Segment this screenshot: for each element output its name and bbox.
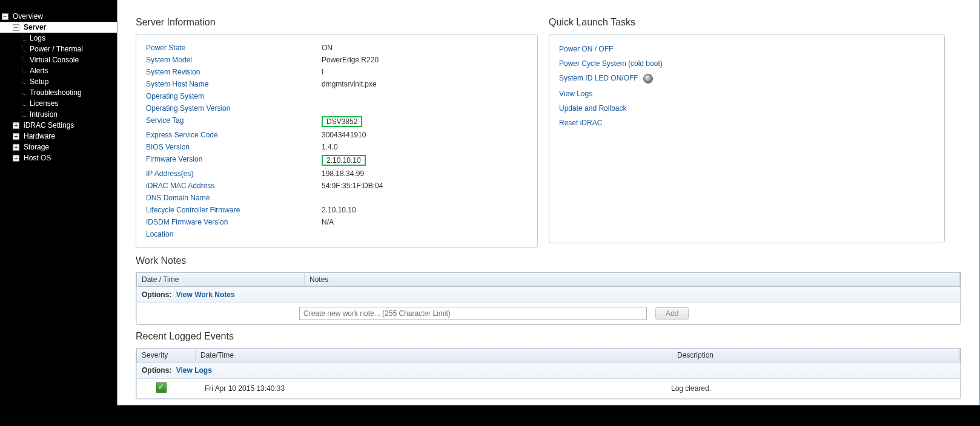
expander-icon[interactable]: + (13, 133, 19, 140)
main-content: Server Information Power StateONSystem M… (117, 0, 980, 405)
expander-icon[interactable]: + (13, 122, 19, 129)
info-label[interactable]: iDRAC MAC Address (146, 182, 322, 190)
work-notes-panel: Date / Time Notes Options: View Work Not… (136, 272, 961, 325)
recent-events-options: Options: View Logs (136, 362, 961, 379)
info-label[interactable]: System Host Name (146, 80, 322, 88)
nav-item-logs[interactable]: Logs (0, 33, 117, 44)
quick-launch-link[interactable]: Power ON / OFF (559, 45, 613, 53)
quick-launch-link[interactable]: View Logs (559, 90, 592, 98)
recent-events-options-label: Options: (142, 366, 171, 375)
nav-item-label[interactable]: Setup (27, 77, 51, 87)
work-notes-options: Options: View Work Notes (136, 287, 961, 303)
nav-item-label[interactable]: Overview (10, 11, 45, 21)
quick-launch-title: Quick Launch Tasks (549, 17, 945, 28)
info-row: IP Address(es)198.18.34.99 (146, 168, 528, 180)
nav-item-overview[interactable]: −Overview (0, 11, 117, 22)
info-label[interactable]: Power State (146, 44, 322, 52)
view-logs-link[interactable]: View Logs (176, 366, 212, 375)
nav-item-label[interactable]: iDRAC Settings (21, 120, 76, 130)
quick-launch-item: Update and Rollback (559, 101, 935, 116)
work-notes-header: Date / Time Notes (136, 272, 961, 287)
expander-icon[interactable]: − (13, 24, 19, 31)
work-notes-title: Work Notes (136, 255, 961, 266)
server-information-section: Server Information Power StateONSystem M… (136, 6, 538, 248)
info-label[interactable]: DNS Domain Name (146, 194, 322, 202)
nav-item-label[interactable]: Storage (21, 142, 51, 152)
info-row: Location (146, 228, 528, 240)
info-label[interactable]: System Model (146, 56, 322, 64)
expander-icon[interactable]: − (2, 13, 8, 20)
nav-item-label[interactable]: Alerts (27, 66, 51, 76)
nav-item-intrusion[interactable]: Intrusion (0, 109, 117, 120)
info-label[interactable]: System Revision (146, 68, 322, 76)
nav-item-label[interactable]: Logs (27, 33, 48, 43)
nav-item-licenses[interactable]: Licenses (0, 98, 117, 109)
info-label[interactable]: Operating System Version (146, 104, 322, 113)
nav-item-hardware[interactable]: +Hardware (0, 131, 117, 142)
expander-icon[interactable]: + (13, 155, 19, 162)
quick-launch-item: Power ON / OFF (559, 42, 935, 56)
nav-item-power-thermal[interactable]: Power / Thermal (0, 44, 117, 54)
info-label[interactable]: Location (146, 230, 322, 238)
info-row: System RevisionI (146, 66, 528, 78)
expander-icon[interactable]: + (13, 144, 19, 151)
server-information-title: Server Information (136, 17, 538, 28)
info-label[interactable]: BIOS Version (146, 143, 322, 151)
info-value: dmgmtsrvinit.pxe (322, 80, 377, 88)
view-work-notes-link[interactable]: View Work Notes (176, 290, 235, 299)
info-row: Firmware Version2.10.10.10 (146, 153, 528, 168)
nav-item-label[interactable]: Troubleshooting (27, 88, 84, 97)
nav-item-host-os[interactable]: +Host OS (0, 152, 117, 163)
recent-events-title: Recent Logged Events (136, 331, 961, 342)
info-value: 30043441910 (322, 131, 366, 139)
info-label[interactable]: Operating System (146, 92, 322, 100)
work-notes-header-notes: Notes (305, 273, 960, 286)
quick-launch-link[interactable]: Update and Rollback (559, 104, 626, 113)
info-label[interactable]: Service Tag (146, 116, 322, 127)
info-row: Power StateON (146, 42, 528, 54)
nav-item-server[interactable]: −Server (0, 22, 117, 33)
nav-item-label[interactable]: Server (21, 22, 48, 32)
info-row: BIOS Version1.4.0 (146, 141, 528, 153)
quick-launch-section: Quick Launch Tasks Power ON / OFFPower C… (549, 6, 945, 243)
nav-item-label[interactable]: Virtual Console (27, 55, 81, 65)
info-label[interactable]: IDSDM Firmware Version (146, 218, 322, 226)
info-value: 2.10.10.10 (322, 155, 366, 166)
nav-item-label[interactable]: Power / Thermal (27, 44, 85, 54)
info-value: 54:9F:35:1F:DB:04 (322, 182, 383, 190)
event-description: Log cleared. (671, 384, 955, 393)
info-label[interactable]: Lifecycle Controller Firmware (146, 206, 322, 214)
quick-launch-item: Reset iDRAC (559, 116, 935, 130)
info-value: 2.10.10.10 (322, 206, 356, 214)
nav-item-virtual-console[interactable]: Virtual Console (0, 54, 117, 65)
info-row: DNS Domain Name (146, 192, 528, 204)
quick-launch-link[interactable]: System ID LED ON/OFF (559, 74, 638, 82)
quick-launch-link[interactable]: Power Cycle System (cold boot) (559, 59, 663, 68)
info-value: ON (322, 44, 333, 52)
info-label[interactable]: Express Service Code (146, 131, 322, 139)
add-work-note-button[interactable]: Add (655, 307, 689, 320)
info-label[interactable]: IP Address(es) (146, 169, 322, 178)
info-label[interactable]: Firmware Version (146, 155, 322, 166)
info-row: iDRAC MAC Address54:9F:35:1F:DB:04 (146, 180, 528, 192)
nav-item-storage[interactable]: +Storage (0, 142, 117, 152)
nav-item-setup[interactable]: Setup (0, 76, 117, 87)
work-note-input[interactable] (299, 307, 647, 320)
info-row: Lifecycle Controller Firmware2.10.10.10 (146, 204, 528, 216)
nav-item-label[interactable]: Licenses (27, 99, 61, 108)
nav-item-label[interactable]: Host OS (21, 153, 53, 163)
recent-events-header-description: Description (672, 349, 960, 362)
nav-item-label[interactable]: Intrusion (27, 110, 60, 119)
info-value: 198.18.34.99 (322, 169, 364, 178)
info-row: Express Service Code30043441910 (146, 129, 528, 141)
info-value: N/A (322, 218, 334, 226)
quick-launch-item: System ID LED ON/OFF (559, 71, 935, 87)
quick-launch-link[interactable]: Reset iDRAC (559, 119, 602, 127)
quick-launch-item: View Logs (559, 87, 935, 101)
nav-item-label[interactable]: Hardware (21, 131, 58, 141)
nav-item-alerts[interactable]: Alerts (0, 65, 117, 76)
nav-item-idrac-settings[interactable]: +iDRAC Settings (0, 120, 117, 131)
info-row: Operating System (146, 90, 528, 102)
nav-item-troubleshooting[interactable]: Troubleshooting (0, 87, 117, 98)
led-toggle-icon[interactable] (643, 74, 653, 84)
